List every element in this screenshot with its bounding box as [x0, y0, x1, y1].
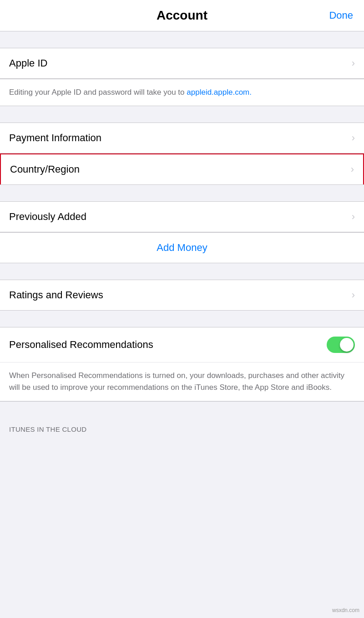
apple-id-chevron: ›	[352, 57, 355, 69]
country-region-label: Country/Region	[10, 163, 80, 175]
payment-information-label: Payment Information	[9, 132, 101, 144]
apple-id-info-text: Editing your Apple ID and password will …	[9, 88, 252, 97]
country-region-chevron: ›	[351, 163, 354, 175]
section-gap-4	[0, 263, 364, 280]
payment-chevron: ›	[352, 132, 355, 144]
section-gap-2	[0, 106, 364, 123]
add-money-label: Add Money	[157, 242, 207, 254]
section-gap-5	[0, 311, 364, 327]
toggle-knob	[340, 338, 354, 352]
personalised-recommendations-label: Personalised Recommendations	[9, 339, 153, 351]
apple-id-link[interactable]: appleid.apple.com.	[187, 88, 252, 97]
page-header: Account Done	[0, 0, 364, 31]
apple-id-info-block: Editing your Apple ID and password will …	[0, 79, 364, 106]
personalised-recommendations-toggle[interactable]	[327, 337, 355, 353]
section-gap-1	[0, 31, 364, 48]
watermark: wsxdn.com	[332, 607, 359, 613]
previously-added-section: Previously Added ›	[0, 201, 364, 232]
previously-added-chevron: ›	[352, 211, 355, 223]
ratings-reviews-section: Ratings and Reviews ›	[0, 280, 364, 311]
apple-id-row[interactable]: Apple ID ›	[0, 48, 364, 78]
page-title: Account	[157, 8, 207, 23]
country-region-row[interactable]: Country/Region ›	[0, 153, 364, 184]
personalised-recommendations-description: When Personalised Recommendations is tur…	[9, 371, 344, 392]
personalised-recommendations-section: Personalised Recommendations When Person…	[0, 327, 364, 402]
section-gap-3	[0, 185, 364, 201]
section-gap-6	[0, 402, 364, 418]
ratings-reviews-chevron: ›	[352, 289, 355, 301]
personalised-recommendations-row: Personalised Recommendations	[0, 327, 364, 363]
add-money-row[interactable]: Add Money	[0, 232, 364, 263]
done-button[interactable]: Done	[329, 10, 353, 21]
previously-added-row[interactable]: Previously Added ›	[0, 202, 364, 232]
payment-information-row[interactable]: Payment Information ›	[0, 123, 364, 153]
personalised-recommendations-description-block: When Personalised Recommendations is tur…	[0, 363, 364, 402]
previously-added-label: Previously Added	[9, 211, 86, 223]
apple-id-section: Apple ID ›	[0, 48, 364, 79]
ratings-reviews-row[interactable]: Ratings and Reviews ›	[0, 280, 364, 310]
ratings-reviews-label: Ratings and Reviews	[9, 289, 103, 301]
country-region-section: Country/Region ›	[0, 153, 364, 185]
apple-id-label: Apple ID	[9, 57, 47, 69]
itunes-in-cloud-header: ITUNES IN THE CLOUD	[0, 418, 364, 437]
payment-section: Payment Information ›	[0, 123, 364, 153]
